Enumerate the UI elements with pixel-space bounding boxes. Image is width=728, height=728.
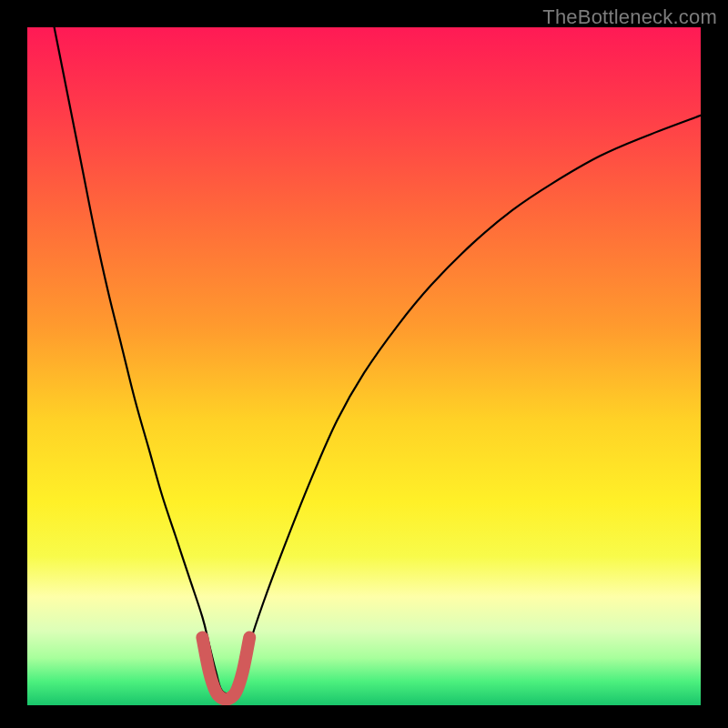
chart-plot <box>27 27 701 705</box>
watermark-text: TheBottleneck.com <box>542 5 717 29</box>
highlight-valley-path <box>202 638 249 700</box>
bottleneck-curve-path <box>55 27 701 694</box>
chart-frame <box>27 27 701 705</box>
